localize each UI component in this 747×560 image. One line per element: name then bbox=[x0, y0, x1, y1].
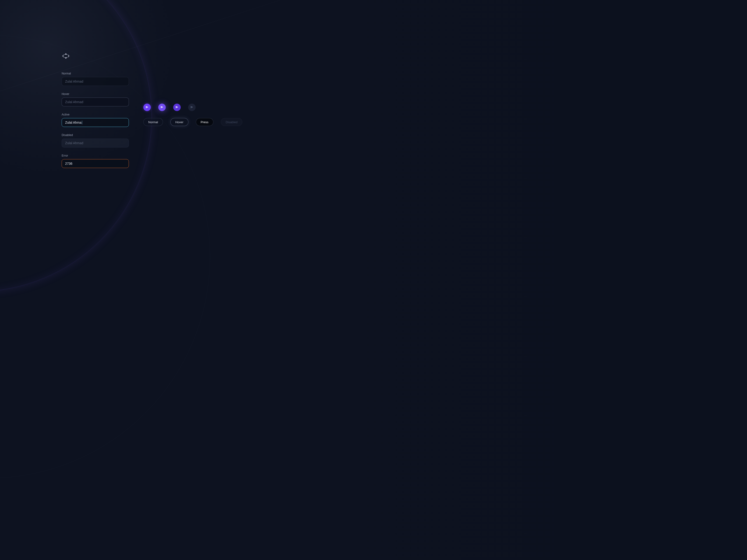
field-disabled: Disabled bbox=[61, 133, 129, 148]
pill-button-hover[interactable]: Hover bbox=[171, 118, 188, 126]
logo-icon bbox=[61, 53, 70, 59]
field-active: Active bbox=[61, 113, 129, 127]
field-label-error: Error bbox=[61, 154, 129, 157]
pill-button-normal[interactable]: Normal bbox=[143, 118, 163, 126]
field-hover: Hover bbox=[61, 92, 129, 106]
pill-button-disabled: Disabled bbox=[221, 118, 242, 126]
send-button-press[interactable] bbox=[173, 104, 181, 111]
field-label-hover: Hover bbox=[61, 92, 129, 96]
field-error: Error bbox=[61, 154, 129, 168]
text-input-disabled bbox=[61, 139, 129, 148]
send-icon bbox=[190, 105, 194, 109]
bg-fade bbox=[336, 0, 747, 560]
send-icon bbox=[160, 105, 164, 109]
send-button-hover[interactable] bbox=[158, 104, 166, 111]
field-label-active: Active bbox=[61, 113, 129, 116]
text-input-normal[interactable] bbox=[61, 77, 129, 86]
pill-label: Press bbox=[201, 121, 208, 124]
send-button-normal[interactable] bbox=[143, 104, 151, 111]
pill-label: Disabled bbox=[226, 121, 238, 124]
field-label-disabled: Disabled bbox=[61, 133, 129, 137]
text-input-active[interactable] bbox=[61, 118, 129, 127]
field-normal: Normal bbox=[61, 72, 129, 86]
bg-diagonal-line bbox=[0, 0, 351, 122]
field-label-normal: Normal bbox=[61, 72, 129, 75]
pill-label: Normal bbox=[148, 121, 158, 124]
pill-label: Hover bbox=[175, 121, 183, 124]
text-input-error[interactable] bbox=[61, 159, 129, 168]
pill-button-row: Normal Hover Press Disabled bbox=[143, 118, 242, 126]
send-icon bbox=[146, 105, 149, 109]
input-states-column: Normal Hover Active Disabled Error bbox=[61, 72, 129, 168]
icon-button-row bbox=[143, 104, 196, 111]
text-input-hover[interactable] bbox=[61, 98, 129, 106]
pill-button-press[interactable]: Press bbox=[196, 118, 213, 126]
send-button-disabled bbox=[188, 104, 196, 111]
send-icon bbox=[175, 105, 179, 109]
